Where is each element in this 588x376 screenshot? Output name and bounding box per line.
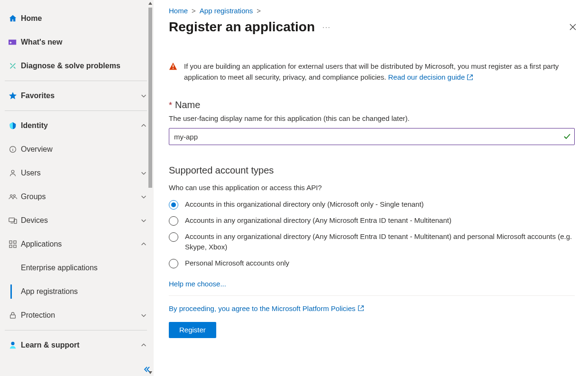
nav-whatsnew[interactable]: What's new	[0, 30, 154, 54]
account-type-option-3[interactable]: Personal Microsoft accounts only	[169, 258, 575, 268]
svg-rect-10	[14, 245, 16, 248]
nav-diagnose-label: Diagnose & solve problems	[21, 62, 148, 70]
external-link-icon	[358, 305, 364, 312]
external-link-icon	[467, 74, 473, 81]
nav-groups-label: Groups	[21, 193, 139, 201]
radio-icon	[169, 200, 178, 210]
warning-banner: If you are building an application for e…	[169, 61, 575, 83]
sidebar-scrollbar[interactable]	[147, 0, 154, 376]
help-me-choose-link[interactable]: Help me choose...	[169, 280, 575, 288]
nav-enterprise-apps[interactable]: Enterprise applications	[0, 256, 154, 280]
required-asterisk: *	[169, 101, 172, 110]
nav-favorites-label: Favorites	[21, 92, 139, 100]
svg-rect-7	[9, 241, 12, 243]
warning-icon	[169, 62, 177, 83]
svg-point-4	[13, 195, 15, 197]
sidebar: Home What's new Diagnose & solve problem…	[0, 0, 154, 376]
account-type-option-0[interactable]: Accounts in this organizational director…	[169, 199, 575, 210]
nav-groups[interactable]: Groups	[0, 185, 154, 209]
register-button[interactable]: Register	[169, 322, 216, 338]
support-icon	[5, 341, 21, 349]
nav-home[interactable]: Home	[0, 7, 154, 30]
account-types-sub: Who can use this application or access t…	[169, 183, 575, 192]
breadcrumb-home[interactable]: Home	[169, 7, 188, 15]
footer: By proceeding, you agree to the Microsof…	[169, 295, 575, 338]
account-type-option-2[interactable]: Accounts in any organizational directory…	[169, 231, 575, 252]
nav-whatsnew-label: What's new	[21, 38, 148, 46]
nav-app-registrations-label: App registrations	[21, 287, 78, 296]
nav-enterprise-apps-label: Enterprise applications	[21, 264, 98, 272]
group-icon	[5, 193, 21, 201]
apps-icon	[5, 240, 21, 248]
svg-point-3	[10, 195, 12, 197]
more-actions-button[interactable]: ···	[322, 23, 331, 31]
nav-app-registrations[interactable]: App registrations	[0, 280, 154, 303]
main-content: Home > App registrations > Register an a…	[154, 0, 588, 376]
svg-point-12	[11, 342, 14, 345]
close-button[interactable]	[567, 21, 579, 33]
nav-identity-label: Identity	[21, 121, 139, 130]
svg-rect-11	[10, 315, 16, 318]
lock-icon	[5, 312, 21, 319]
svg-rect-0	[9, 40, 16, 45]
nav-home-label: Home	[21, 14, 148, 23]
divider	[5, 330, 149, 330]
nav-users-label: Users	[21, 169, 139, 177]
devices-icon	[5, 217, 21, 224]
scroll-thumb[interactable]	[148, 8, 152, 188]
radio-icon	[169, 232, 178, 242]
decision-guide-link[interactable]: Read our decision guide	[388, 73, 473, 81]
nav-devices-label: Devices	[21, 216, 139, 225]
account-types-radio-group: Accounts in this organizational director…	[169, 199, 575, 268]
nav-applications-label: Applications	[21, 240, 139, 248]
account-type-option-1[interactable]: Accounts in any organizational directory…	[169, 215, 575, 226]
divider	[5, 81, 149, 81]
platform-policies-link[interactable]: By proceeding, you agree to the Microsof…	[169, 304, 364, 312]
divider	[5, 110, 149, 111]
svg-rect-8	[14, 241, 16, 243]
nav-overview[interactable]: Overview	[0, 138, 154, 161]
radio-label: Personal Microsoft accounts only	[185, 258, 289, 268]
user-icon	[5, 169, 21, 177]
home-icon	[5, 14, 21, 23]
svg-rect-9	[9, 245, 12, 248]
account-types-heading: Supported account types	[169, 165, 575, 176]
svg-rect-5	[9, 218, 15, 222]
radio-icon	[169, 259, 178, 268]
warning-text: If you are building an application for e…	[184, 61, 575, 83]
wrench-icon	[5, 62, 21, 70]
nav-overview-label: Overview	[21, 145, 148, 154]
collapse-sidebar-button[interactable]	[143, 366, 151, 373]
sparkle-icon	[5, 38, 21, 46]
svg-point-2	[11, 170, 14, 173]
nav-learn-support-label: Learn & support	[21, 341, 139, 349]
name-field-help: The user-facing display name for this ap…	[169, 114, 575, 122]
svg-rect-13	[173, 64, 174, 67]
app-name-input[interactable]	[169, 128, 575, 145]
breadcrumb-sep: >	[257, 7, 261, 15]
nav-learn-support[interactable]: Learn & support	[0, 333, 154, 357]
nav-identity[interactable]: Identity	[0, 114, 154, 138]
svg-rect-14	[173, 68, 174, 69]
page-title: Register an application	[169, 19, 315, 35]
nav-devices[interactable]: Devices	[0, 209, 154, 232]
breadcrumb: Home > App registrations >	[169, 7, 579, 15]
star-icon	[5, 92, 21, 100]
name-field-label: * Name	[169, 100, 575, 110]
radio-icon	[169, 216, 178, 226]
scroll-up-icon[interactable]	[147, 0, 154, 7]
radio-label: Accounts in any organizational directory…	[185, 215, 451, 226]
breadcrumb-appreg[interactable]: App registrations	[200, 7, 253, 15]
nav-diagnose[interactable]: Diagnose & solve problems	[0, 54, 154, 78]
nav-protection-label: Protection	[21, 311, 139, 320]
nav-users[interactable]: Users	[0, 161, 154, 185]
check-icon	[563, 133, 571, 140]
nav-favorites[interactable]: Favorites	[0, 84, 154, 108]
radio-label: Accounts in this organizational director…	[185, 199, 424, 210]
breadcrumb-sep: >	[192, 7, 196, 15]
nav-applications[interactable]: Applications	[0, 232, 154, 256]
radio-label: Accounts in any organizational directory…	[185, 231, 575, 252]
info-icon	[5, 146, 21, 153]
nav-protection[interactable]: Protection	[0, 303, 154, 327]
warning-body: If you are building an application for e…	[184, 62, 559, 81]
